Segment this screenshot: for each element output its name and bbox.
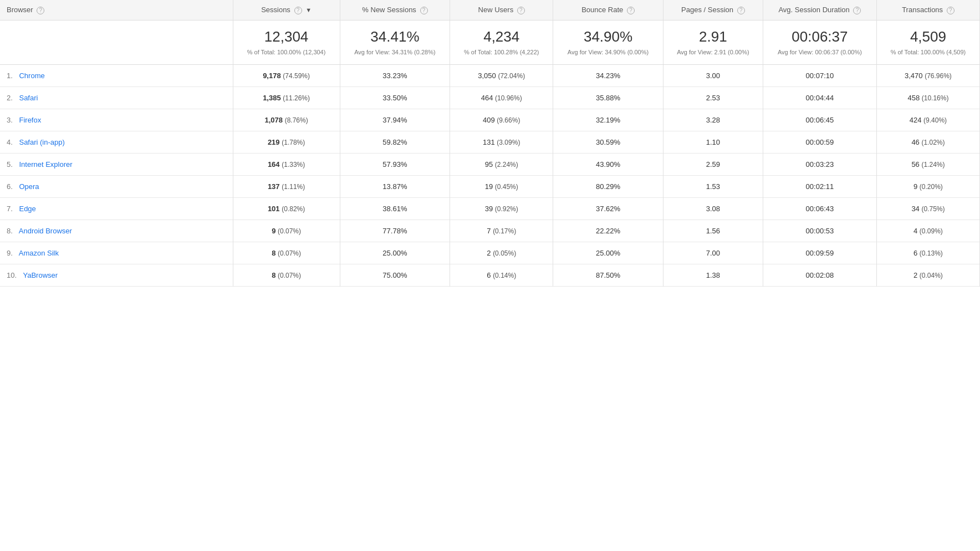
totals-pages-session-main: 2.91 <box>670 28 756 45</box>
pages-session-cell-2: 3.28 <box>663 109 763 131</box>
totals-transactions-cell: 4,509 % of Total: 100.00% (4,509) <box>876 20 979 65</box>
table-row: 7. Edge 101 (0.82%) 38.61% 39 (0.92%) 37… <box>0 198 980 220</box>
avg-session-cell-7: 00:00:53 <box>763 220 876 242</box>
table-row: 6. Opera 137 (1.11%) 13.87% 19 (0.45%) 8… <box>0 176 980 198</box>
table-row: 2. Safari 1,385 (11.26%) 33.50% 464 (10.… <box>0 87 980 109</box>
row-number-5: 6. <box>7 182 13 191</box>
totals-avg-session-main: 00:06:37 <box>770 28 870 45</box>
sessions-pct-7: (0.07%) <box>278 227 301 235</box>
transactions-pct-1: (10.16%) <box>922 94 949 102</box>
sessions-cell-5: 137 (1.11%) <box>233 176 340 198</box>
new-users-cell-2: 409 (9.66%) <box>450 109 553 131</box>
browser-help-icon[interactable]: ? <box>37 7 44 14</box>
browser-cell-0: 1. Chrome <box>0 65 233 87</box>
new-users-pct-0: (72.04%) <box>498 72 525 80</box>
totals-pages-session-cell: 2.91 Avg for View: 2.91 (0.00%) <box>663 20 763 65</box>
sessions-help-icon[interactable]: ? <box>294 7 302 14</box>
sessions-cell-6: 101 (0.82%) <box>233 198 340 220</box>
avg-session-cell-1: 00:04:44 <box>763 87 876 109</box>
totals-new-users-sub: % of Total: 100.28% (4,222) <box>457 48 546 57</box>
transactions-label: Transactions <box>902 6 943 14</box>
row-number-3: 4. <box>7 138 13 146</box>
avg-session-cell-8: 00:09:59 <box>763 242 876 264</box>
browser-link-9[interactable]: YaBrowser <box>23 271 58 279</box>
sessions-value-8: 8 <box>272 249 275 257</box>
analytics-table: Browser ? Sessions ? ▼ % New Sessions ? … <box>0 0 980 287</box>
transactions-pct-8: (0.13%) <box>920 249 943 257</box>
sessions-pct-3: (1.78%) <box>282 139 305 146</box>
browser-cell-8: 9. Amazon Silk <box>0 242 233 264</box>
sessions-pct-5: (1.11%) <box>282 183 305 191</box>
row-number-2: 3. <box>7 116 13 124</box>
pct-new-sessions-help-icon[interactable]: ? <box>420 7 428 14</box>
browser-link-1[interactable]: Safari <box>19 94 38 102</box>
browser-link-6[interactable]: Edge <box>19 205 35 213</box>
sessions-value-0: 9,178 <box>263 72 281 80</box>
new-users-label: New Users <box>478 6 514 14</box>
transactions-help-icon[interactable]: ? <box>947 7 955 14</box>
browser-link-0[interactable]: Chrome <box>19 72 44 80</box>
sessions-pct-9: (0.07%) <box>278 272 301 279</box>
sessions-label: Sessions <box>261 6 290 14</box>
new-users-pct-7: (0.17%) <box>493 227 516 235</box>
sessions-value-5: 137 <box>268 182 280 191</box>
pct-new-sessions-cell-3: 59.82% <box>340 131 450 154</box>
transactions-cell-9: 2 (0.04%) <box>876 264 979 287</box>
bounce-rate-cell-5: 80.29% <box>553 176 663 198</box>
pages-session-column-header: Pages / Session ? <box>663 0 763 20</box>
sessions-pct-8: (0.07%) <box>278 249 301 257</box>
pct-new-sessions-cell-5: 13.87% <box>340 176 450 198</box>
bounce-rate-cell-8: 25.00% <box>553 242 663 264</box>
sessions-cell-2: 1,078 (8.76%) <box>233 109 340 131</box>
pages-session-cell-7: 1.56 <box>663 220 763 242</box>
pages-session-label: Pages / Session <box>681 6 733 14</box>
new-users-pct-4: (2.24%) <box>495 161 518 169</box>
table-row: 5. Internet Explorer 164 (1.33%) 57.93% … <box>0 154 980 176</box>
browser-link-4[interactable]: Internet Explorer <box>19 160 72 169</box>
sessions-value-6: 101 <box>268 205 280 213</box>
new-users-pct-9: (0.14%) <box>493 272 516 279</box>
bounce-rate-cell-1: 35.88% <box>553 87 663 109</box>
avg-session-column-header: Avg. Session Duration ? <box>763 0 876 20</box>
totals-browser-cell <box>0 20 233 65</box>
browser-label: Browser <box>7 6 33 14</box>
transactions-cell-2: 424 (9.40%) <box>876 109 979 131</box>
pages-session-cell-3: 1.10 <box>663 131 763 154</box>
sessions-sort-icon[interactable]: ▼ <box>305 7 312 13</box>
sessions-value-4: 164 <box>268 160 280 169</box>
pages-session-help-icon[interactable]: ? <box>737 7 745 14</box>
sessions-cell-8: 8 (0.07%) <box>233 242 340 264</box>
transactions-cell-4: 56 (1.24%) <box>876 154 979 176</box>
new-users-help-icon[interactable]: ? <box>517 7 525 14</box>
new-users-pct-1: (10.96%) <box>495 94 522 102</box>
avg-session-help-icon[interactable]: ? <box>853 7 861 14</box>
totals-sessions-sub: % of Total: 100.00% (12,304) <box>240 48 333 57</box>
bounce-rate-help-icon[interactable]: ? <box>627 7 635 14</box>
browser-link-7[interactable]: Android Browser <box>19 227 72 235</box>
table-row: 3. Firefox 1,078 (8.76%) 37.94% 409 (9.6… <box>0 109 980 131</box>
browser-link-5[interactable]: Opera <box>19 182 39 191</box>
browser-link-2[interactable]: Firefox <box>19 116 41 124</box>
new-users-cell-4: 95 (2.24%) <box>450 154 553 176</box>
pages-session-cell-4: 2.59 <box>663 154 763 176</box>
row-number-7: 8. <box>7 227 13 235</box>
row-number-4: 5. <box>7 160 13 169</box>
new-users-cell-6: 39 (0.92%) <box>450 198 553 220</box>
browser-cell-5: 6. Opera <box>0 176 233 198</box>
bounce-rate-cell-7: 22.22% <box>553 220 663 242</box>
new-users-cell-3: 131 (3.09%) <box>450 131 553 154</box>
transactions-cell-5: 9 (0.20%) <box>876 176 979 198</box>
new-users-pct-5: (0.45%) <box>495 183 518 191</box>
pct-new-sessions-cell-2: 37.94% <box>340 109 450 131</box>
avg-session-cell-6: 00:06:43 <box>763 198 876 220</box>
table-row: 10. YaBrowser 8 (0.07%) 75.00% 6 (0.14%)… <box>0 264 980 287</box>
browser-link-8[interactable]: Amazon Silk <box>19 249 59 257</box>
sessions-pct-1: (11.26%) <box>283 94 310 102</box>
browser-link-3[interactable]: Safari (in-app) <box>19 138 64 146</box>
avg-session-cell-4: 00:03:23 <box>763 154 876 176</box>
avg-session-cell-5: 00:02:11 <box>763 176 876 198</box>
pages-session-cell-1: 2.53 <box>663 87 763 109</box>
table-row: 4. Safari (in-app) 219 (1.78%) 59.82% 13… <box>0 131 980 154</box>
new-users-pct-3: (3.09%) <box>497 139 520 146</box>
transactions-cell-8: 6 (0.13%) <box>876 242 979 264</box>
